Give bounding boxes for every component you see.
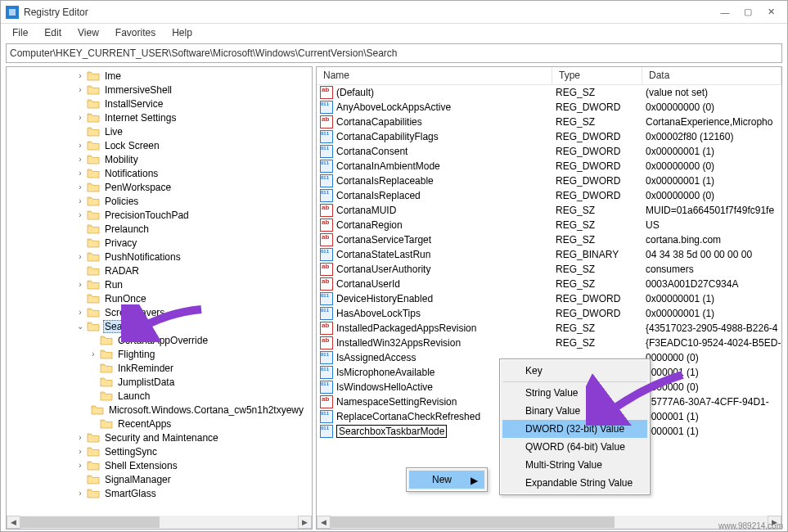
value-row[interactable]: AnyAboveLockAppsActiveREG_DWORD0x0000000…	[317, 100, 781, 115]
context-item[interactable]: Expandable String Value	[502, 474, 647, 492]
expand-icon[interactable]: ›	[74, 459, 87, 472]
maximize-button[interactable]: ▢	[736, 3, 759, 21]
col-type[interactable]: Type	[552, 67, 642, 84]
scroll-left-button[interactable]: ◀	[317, 516, 331, 529]
context-item[interactable]: QWORD (64-bit) Value	[502, 438, 647, 456]
context-item[interactable]: String Value	[502, 384, 647, 402]
expand-icon[interactable]: ›	[74, 445, 87, 458]
value-row[interactable]: CortanaConsentREG_DWORD0x00000001 (1)	[317, 144, 781, 159]
tree-item[interactable]: Live	[8, 124, 312, 138]
value-row[interactable]: CortanaStateLastRunREG_BINARY04 34 38 5d…	[317, 247, 781, 262]
expand-icon[interactable]: ›	[74, 431, 87, 444]
col-data[interactable]: Data	[642, 67, 781, 84]
tree-item[interactable]: Prelaunch	[8, 222, 312, 236]
value-row[interactable]: DeviceHistoryEnabledREG_DWORD0x00000001 …	[317, 291, 781, 306]
tree-item[interactable]: RecentApps	[8, 417, 312, 431]
tree-item[interactable]: InstallService	[8, 97, 312, 110]
expand-icon[interactable]: ›	[74, 181, 87, 194]
expand-icon[interactable]: ›	[74, 209, 87, 222]
tree-item[interactable]: ›Security and Maintenance	[8, 431, 312, 444]
tree-item[interactable]: Privacy	[8, 236, 312, 250]
value-row[interactable]: CortanaMUIDREG_SZMUID=01a664501f7f49fc91…	[317, 203, 781, 218]
expand-icon[interactable]: ›	[74, 83, 87, 97]
tree-item[interactable]: ›Policies	[8, 194, 312, 208]
value-row[interactable]: CortanaServiceTargetREG_SZcortana.bing.c…	[317, 232, 781, 247]
menu-help[interactable]: Help	[164, 25, 200, 40]
tree-item[interactable]: RunOnce	[8, 291, 312, 305]
value-name: AnyAboveLockAppsActive	[336, 101, 451, 113]
value-row[interactable]: HasAboveLockTipsREG_DWORD0x00000001 (1)	[317, 306, 781, 321]
tree-item[interactable]: ›Notifications	[8, 166, 312, 180]
tree-item[interactable]: ›PrecisionTouchPad	[8, 208, 312, 222]
tree-pane[interactable]: ›Ime›ImmersiveShellInstallService›Intern…	[6, 66, 313, 530]
value-row[interactable]: (Default)REG_SZ(value not set)	[317, 85, 781, 100]
address-bar[interactable]: Computer\HKEY_CURRENT_USER\Software\Micr…	[6, 43, 782, 63]
scroll-track[interactable]	[331, 516, 768, 529]
expand-icon[interactable]: ›	[74, 250, 87, 264]
collapse-icon[interactable]: ⌄	[74, 320, 87, 333]
tree-item[interactable]: JumplistData	[8, 375, 312, 389]
tree-item[interactable]: ›Lock Screen	[8, 138, 312, 152]
list-hscrollbar[interactable]: ◀ ▶	[317, 516, 781, 529]
tree-item[interactable]: Launch	[8, 389, 312, 403]
expand-icon[interactable]: ›	[74, 195, 87, 208]
tree-item[interactable]: RADAR	[8, 264, 312, 277]
value-row[interactable]: CortanaUserIdREG_SZ0003A001D27C934A	[317, 277, 781, 291]
expand-icon[interactable]: ›	[74, 167, 87, 180]
tree-item[interactable]: ›SmartGlass	[8, 486, 312, 500]
tree-item[interactable]: ›PenWorkspace	[8, 180, 312, 194]
tree-item[interactable]: ›PushNotifications	[8, 250, 312, 264]
value-row[interactable]: InstalledPackagedAppsRevisionREG_SZ{4351…	[317, 321, 781, 336]
tree-item[interactable]: ›Flighting	[8, 347, 312, 361]
expand-icon[interactable]: ›	[74, 487, 87, 500]
tree-item[interactable]: ›Shell Extensions	[8, 458, 312, 472]
scroll-left-button[interactable]: ◀	[7, 516, 20, 529]
close-button[interactable]: ✕	[759, 3, 782, 21]
scroll-track[interactable]	[20, 516, 298, 529]
expand-icon[interactable]: ›	[74, 278, 87, 291]
tree-item[interactable]: ›Run	[8, 277, 312, 291]
value-type: REG_DWORD	[552, 160, 642, 172]
value-row[interactable]: CortanaRegionREG_SZUS	[317, 218, 781, 232]
tree-item[interactable]: ›ImmersiveShell	[8, 83, 312, 97]
expand-icon[interactable]: ›	[87, 348, 100, 361]
tree-item[interactable]: ›Screensavers	[8, 305, 312, 319]
tree-item[interactable]: InkReminder	[8, 361, 312, 375]
context-item[interactable]: DWORD (32-bit) Value	[502, 420, 647, 438]
tree-item[interactable]: SignalManager	[8, 472, 312, 486]
context-item[interactable]: Binary Value	[502, 402, 647, 420]
tree-item[interactable]: ›Ime	[8, 69, 312, 83]
scroll-right-button[interactable]: ▶	[298, 516, 312, 529]
value-row[interactable]: CortanaInAmbientModeREG_DWORD0x00000000 …	[317, 159, 781, 174]
expand-icon[interactable]: ›	[74, 70, 87, 83]
value-row[interactable]: CortanaCapabilitiesREG_SZCortanaExperien…	[317, 115, 781, 129]
tree-item[interactable]: ›Mobility	[8, 152, 312, 166]
menu-favorites[interactable]: Favorites	[107, 25, 164, 40]
value-row[interactable]: CortanaUserAuthorityREG_SZconsumers	[317, 262, 781, 277]
expand-icon[interactable]: ›	[74, 111, 87, 124]
tree-label: InkReminder	[116, 362, 175, 375]
tree-item[interactable]: ›Internet Settings	[8, 110, 312, 124]
context-item-new[interactable]: New ▶	[409, 471, 484, 489]
value-row[interactable]: CortanaIsReplaceableREG_DWORD0x00000001 …	[317, 174, 781, 188]
tree-item[interactable]: Microsoft.Windows.Cortana_cw5n1h2txyewy	[8, 403, 312, 417]
tree-hscrollbar[interactable]: ◀ ▶	[7, 516, 312, 529]
context-item[interactable]: Key	[502, 362, 647, 380]
value-data: 04 34 38 5d 00 00 00 00	[642, 249, 781, 260]
value-row[interactable]: CortanaCapabilityFlagsREG_DWORD0x00002f8…	[317, 129, 781, 144]
col-name[interactable]: Name	[317, 67, 552, 84]
expand-icon[interactable]: ›	[74, 139, 87, 152]
minimize-button[interactable]: —	[714, 3, 736, 21]
menu-file[interactable]: File	[4, 25, 36, 40]
context-item[interactable]: Multi-String Value	[502, 456, 647, 474]
value-type: REG_SZ	[552, 337, 642, 349]
expand-icon[interactable]: ›	[74, 306, 87, 319]
value-row[interactable]: CortanaIsReplacedREG_DWORD0x00000000 (0)	[317, 188, 781, 203]
expand-icon[interactable]: ›	[74, 153, 87, 166]
menu-edit[interactable]: Edit	[36, 25, 70, 40]
menu-view[interactable]: View	[70, 25, 107, 40]
tree-item[interactable]: CortanaAppOverride	[8, 333, 312, 347]
tree-item[interactable]: ›SettingSync	[8, 444, 312, 458]
value-row[interactable]: InstalledWin32AppsRevisionREG_SZ{F3EADC1…	[317, 336, 781, 350]
tree-item[interactable]: ⌄Search	[8, 319, 312, 333]
